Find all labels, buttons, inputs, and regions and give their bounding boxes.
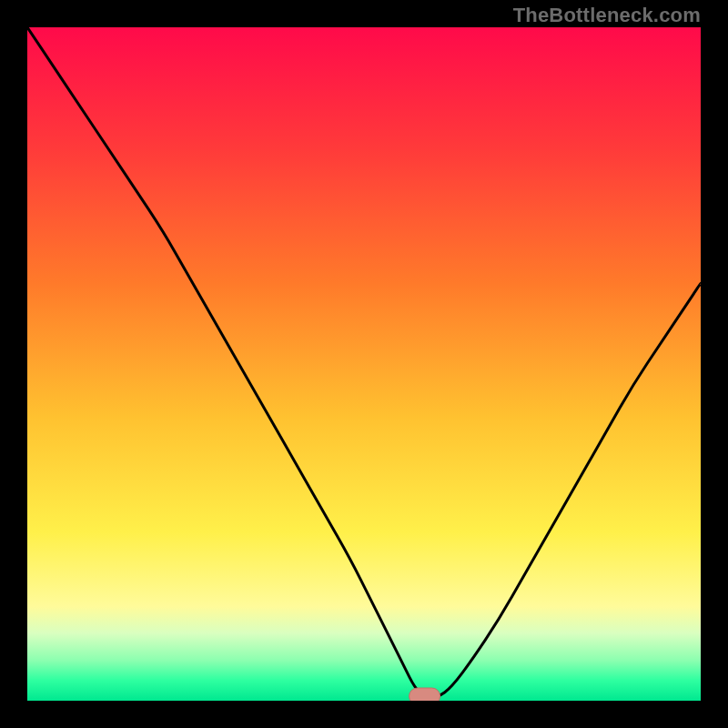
chart-frame: TheBottleneck.com	[0, 0, 728, 728]
optimal-point-marker	[410, 688, 440, 701]
plot-area	[27, 27, 701, 701]
watermark-text: TheBottleneck.com	[513, 4, 701, 27]
bottleneck-chart	[27, 27, 701, 701]
gradient-background	[27, 27, 701, 701]
